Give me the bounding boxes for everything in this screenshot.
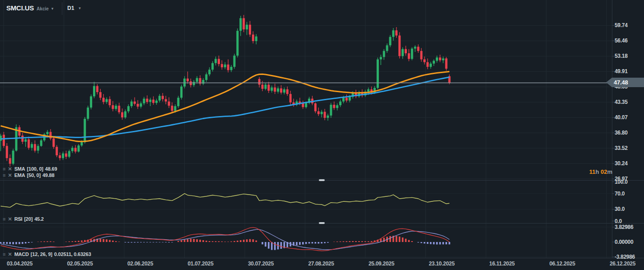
macd-histogram-bar xyxy=(75,241,76,242)
macd-histogram-bar xyxy=(299,242,301,245)
macd-histogram-bar xyxy=(143,242,145,242)
rsi-panel-resize-handle[interactable] xyxy=(319,179,325,181)
candle xyxy=(236,31,238,56)
timeframe-selector[interactable]: D1 ▾ xyxy=(67,5,81,11)
macd-axis-label: -3.82986 xyxy=(615,254,635,260)
macd-histogram-bar xyxy=(358,241,360,242)
candle xyxy=(0,135,2,140)
macd-histogram-bar xyxy=(40,242,42,242)
macd-histogram-bar xyxy=(364,241,366,242)
candle xyxy=(180,87,182,98)
rsi-axis-label: 70.0 xyxy=(615,191,625,197)
candle xyxy=(174,106,176,111)
indicator-close-icon[interactable]: ✕ xyxy=(8,252,12,256)
indicator-close-icon[interactable]: ✕ xyxy=(8,217,12,221)
candle xyxy=(112,105,114,109)
candle xyxy=(442,58,444,60)
symbol-selector[interactable]: SMCI.US Akcie ▾ xyxy=(6,4,53,12)
macd-histogram-bar xyxy=(128,242,130,242)
macd-histogram-bar xyxy=(243,240,245,242)
macd-histogram-bar xyxy=(106,239,107,242)
macd-histogram-bar xyxy=(0,242,1,243)
candle xyxy=(436,57,438,61)
macd-histogram-bar xyxy=(355,241,357,242)
macd-histogram-bar xyxy=(237,241,238,242)
candle xyxy=(93,86,95,97)
indicator-close-icon[interactable]: ✕ xyxy=(8,173,12,177)
chevron-down-icon: ▾ xyxy=(79,6,81,10)
price-axis-label: 36.80 xyxy=(615,130,628,136)
candle xyxy=(339,102,341,105)
macd-axis-label: 3.82986 xyxy=(615,224,633,230)
candle xyxy=(345,98,348,100)
macd-histogram-bar xyxy=(65,242,67,242)
candle xyxy=(12,151,14,164)
indicator-settings-icon[interactable]: ≡ xyxy=(3,252,5,256)
candle xyxy=(289,94,292,102)
candle xyxy=(177,98,179,106)
macd-histogram-bar xyxy=(408,240,410,242)
indicator-settings-icon[interactable]: ≡ xyxy=(3,167,5,171)
macd-histogram-bar xyxy=(221,242,223,242)
macd-histogram-bar xyxy=(37,242,39,242)
candle xyxy=(171,106,173,111)
candle xyxy=(429,64,432,67)
candle xyxy=(49,132,51,139)
indicator-settings-icon[interactable]: ≡ xyxy=(3,173,5,177)
macd-histogram-bar xyxy=(78,241,79,242)
candle xyxy=(90,96,92,107)
last-price-tag: 47.48 xyxy=(606,78,644,87)
candle xyxy=(386,45,388,51)
candle xyxy=(420,51,423,60)
symbol-name: SMCI.US xyxy=(6,4,34,12)
macd-histogram-bar xyxy=(159,242,161,242)
chart-canvas[interactable] xyxy=(0,0,644,270)
macd-histogram-bar xyxy=(103,239,104,242)
macd-histogram-bar xyxy=(53,242,55,242)
candle xyxy=(246,25,248,29)
chart-background xyxy=(0,0,644,270)
price-axis-label: 30.24 xyxy=(615,160,628,167)
legend-sma-text: SMA[100, 0]48.69 xyxy=(14,166,59,172)
candle xyxy=(75,148,77,151)
date-label: 03.04.2025 xyxy=(7,261,33,267)
candle xyxy=(187,79,189,81)
macd-histogram-bar xyxy=(399,237,401,242)
macd-histogram-bar xyxy=(205,241,207,242)
macd-histogram-bar xyxy=(433,242,435,244)
macd-histogram-bar xyxy=(361,241,363,242)
candle xyxy=(28,140,30,148)
legend-rsi: ≡ ✕ RSI[20]45.2 xyxy=(3,216,46,222)
macd-histogram-bar xyxy=(100,239,102,242)
candle xyxy=(392,30,394,37)
candle xyxy=(324,112,326,118)
candle xyxy=(243,18,245,29)
macd-histogram-bar xyxy=(224,242,226,242)
macd-histogram-bar xyxy=(280,242,282,249)
candle xyxy=(302,103,304,107)
candle xyxy=(274,88,276,92)
macd-histogram-bar xyxy=(153,242,154,242)
macd-histogram-bar xyxy=(349,241,351,242)
macd-histogram-bar xyxy=(417,242,419,242)
candle xyxy=(239,18,242,31)
macd-histogram-bar xyxy=(19,242,20,244)
candle xyxy=(6,146,8,158)
candle xyxy=(395,30,397,35)
indicator-close-icon[interactable]: ✕ xyxy=(8,167,12,171)
candle xyxy=(327,116,329,118)
macd-panel-resize-handle[interactable] xyxy=(319,222,325,224)
macd-histogram-bar xyxy=(227,242,229,242)
candle xyxy=(87,107,89,119)
indicator-settings-icon[interactable]: ≡ xyxy=(3,217,5,221)
candle xyxy=(131,102,133,106)
macd-histogram-bar xyxy=(312,242,313,243)
macd-histogram-bar xyxy=(321,242,322,243)
candle xyxy=(118,106,120,112)
candle xyxy=(146,99,148,102)
candle xyxy=(168,102,170,106)
macd-histogram-bar xyxy=(352,241,354,242)
macd-histogram-bar xyxy=(427,242,429,244)
candle xyxy=(205,74,207,80)
macd-histogram-bar xyxy=(274,242,276,250)
